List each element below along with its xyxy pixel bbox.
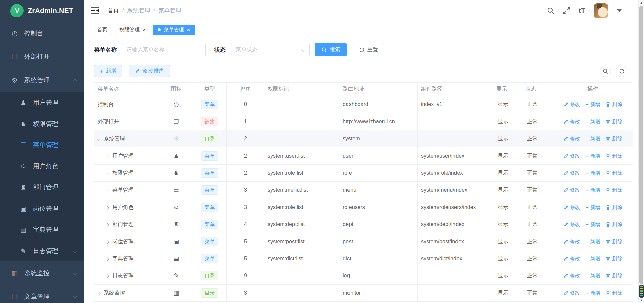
sidebar-item-dict[interactable]: ▤字典管理 <box>0 219 84 240</box>
dashboard-icon: ◷ <box>174 101 179 108</box>
delete-row-button[interactable]: 删除 <box>606 239 622 245</box>
delete-row-button[interactable]: 删除 <box>606 221 622 228</box>
add-row-button[interactable]: +新增 <box>585 119 600 125</box>
expand-row-icon[interactable] <box>106 223 109 226</box>
add-row-button[interactable]: +新增 <box>585 136 600 142</box>
menu-name: 系统管理 <box>104 136 125 141</box>
user-icon: ♟ <box>173 153 179 159</box>
menu-name-input[interactable] <box>122 43 206 56</box>
add-row-button[interactable]: +新增 <box>585 290 600 296</box>
sidebar-item-org[interactable]: ♜部门管理 <box>0 177 84 198</box>
delete-row-button[interactable]: 删除 <box>606 256 622 262</box>
expand-row-icon[interactable] <box>106 257 109 261</box>
type-badge: 菜单 <box>201 151 218 161</box>
edit-sort-button[interactable]: 修改排序 <box>129 65 170 77</box>
scrollbar-thumb[interactable] <box>639 6 643 284</box>
tab-item[interactable]: 首页 <box>93 25 112 35</box>
fullscreen-icon[interactable] <box>563 7 570 14</box>
sidebar-item-users[interactable]: ♞权限管理 <box>0 113 84 134</box>
row-actions: 修改+新增删除 <box>552 221 633 228</box>
table-search-button[interactable] <box>600 66 611 77</box>
delete-row-button[interactable]: 删除 <box>606 187 622 193</box>
edit-row-button[interactable]: 修改 <box>563 239 580 245</box>
add-row-button[interactable]: +新增 <box>585 273 600 279</box>
tab-item[interactable]: 菜单管理× <box>153 25 195 35</box>
sidebar-item-monitor[interactable]: ▦系统监控 <box>0 261 84 285</box>
edit-row-button[interactable]: 修改 <box>563 119 580 125</box>
close-icon[interactable]: × <box>143 27 146 33</box>
sidebar-item-dashboard[interactable]: ◷控制台 <box>0 21 84 45</box>
delete-row-button[interactable]: 删除 <box>606 119 622 125</box>
search-button[interactable]: 搜索 <box>315 43 347 56</box>
edit-row-button[interactable]: 修改 <box>563 204 580 211</box>
sidebar-item-log[interactable]: ✎日志管理 <box>0 240 84 261</box>
expand-row-icon[interactable] <box>106 206 109 209</box>
tab-item[interactable]: 权限管理× <box>115 25 150 35</box>
delete-row-button[interactable]: 删除 <box>606 273 622 279</box>
edit-row-button[interactable]: 修改 <box>563 187 580 193</box>
collapse-row-icon[interactable] <box>97 137 101 141</box>
edit-row-button[interactable]: 修改 <box>563 101 580 108</box>
caret-down-icon[interactable] <box>617 9 622 12</box>
user-avatar[interactable] <box>594 3 608 18</box>
add-row-button[interactable]: +新增 <box>585 153 600 159</box>
search-icon[interactable] <box>547 7 554 14</box>
monitor-icon: ▦ <box>173 290 179 296</box>
order-cell: 1 <box>227 113 264 130</box>
edit-row-button[interactable]: 修改 <box>563 153 580 159</box>
add-row-button[interactable]: +新增 <box>585 204 600 211</box>
delete-row-button[interactable]: 删除 <box>606 153 622 159</box>
breadcrumb-item[interactable]: 系统管理 <box>127 7 150 14</box>
sidebar-item-robot[interactable]: ☺用户角色 <box>0 156 84 177</box>
menu-name: 控制台 <box>98 101 114 107</box>
font-size-icon[interactable]: tT <box>579 7 585 14</box>
add-menu-button[interactable]: + 新增 <box>94 65 122 77</box>
expand-row-icon[interactable] <box>106 172 109 175</box>
menu-name-cell: 字典管理 <box>94 250 160 267</box>
sidebar-item-external-link[interactable]: ❐外部打开 <box>0 45 84 69</box>
delete-row-button[interactable]: 删除 <box>606 170 622 176</box>
edit-row-button[interactable]: 修改 <box>563 136 580 142</box>
expand-row-icon[interactable] <box>97 292 101 295</box>
add-row-button[interactable]: +新增 <box>585 170 600 176</box>
add-row-button[interactable]: +新增 <box>585 239 600 245</box>
edit-row-button[interactable]: 修改 <box>563 256 580 262</box>
expand-row-icon[interactable] <box>106 274 109 278</box>
sidebar-item-label: 日志管理 <box>33 247 58 255</box>
sidebar-item-article[interactable]: ❏文章管理 <box>0 285 84 303</box>
breadcrumb-item[interactable]: 首页 <box>108 7 119 14</box>
sidebar-item-menu-tree[interactable]: ☰菜单管理 <box>0 134 84 156</box>
delete-row-button[interactable]: 删除 <box>606 290 622 296</box>
expand-row-icon[interactable] <box>106 155 109 158</box>
table-refresh-button[interactable] <box>616 66 627 77</box>
add-row-button[interactable]: +新增 <box>585 256 600 262</box>
close-icon[interactable]: × <box>187 27 190 33</box>
order-cell: 5 <box>227 233 264 250</box>
sidebar-item-user[interactable]: ♟用户管理 <box>0 92 84 113</box>
add-row-button[interactable]: +新增 <box>585 101 600 108</box>
edit-row-button[interactable]: 修改 <box>563 221 580 228</box>
reset-button[interactable]: 重置 <box>353 43 384 56</box>
component-path-cell <box>418 285 493 302</box>
delete-row-button[interactable]: 删除 <box>606 101 622 108</box>
sidebar-fold-button[interactable] <box>91 7 99 14</box>
scroll-up-arrow-icon[interactable]: ▲ <box>639 1 644 4</box>
breadcrumb-item[interactable]: 菜单管理 <box>158 7 181 14</box>
sidebar-item-badge[interactable]: ▣岗位管理 <box>0 198 84 219</box>
delete-row-button[interactable]: 删除 <box>606 136 622 142</box>
icon-cell: ♞ <box>160 165 193 182</box>
add-row-button[interactable]: +新增 <box>585 187 600 193</box>
edit-row-button[interactable]: 修改 <box>563 290 580 296</box>
delete-row-button[interactable]: 删除 <box>606 204 622 211</box>
scroll-down-arrow-icon[interactable]: ▼ <box>639 299 644 302</box>
expand-row-icon[interactable] <box>106 240 109 244</box>
sidebar-item-gear[interactable]: ⚙系统管理 <box>0 69 84 92</box>
edit-row-button[interactable]: 修改 <box>563 273 580 279</box>
expand-row-icon[interactable] <box>106 189 109 192</box>
sidebar-item-label: 菜单管理 <box>33 141 58 149</box>
breadcrumb: 首页/系统管理/菜单管理 <box>108 7 181 14</box>
add-row-button[interactable]: +新增 <box>585 221 600 228</box>
app-logo[interactable]: V ZrAdmin.NET <box>0 0 84 21</box>
status-select[interactable]: 菜单状态 <box>231 43 310 56</box>
edit-row-button[interactable]: 修改 <box>563 170 580 176</box>
